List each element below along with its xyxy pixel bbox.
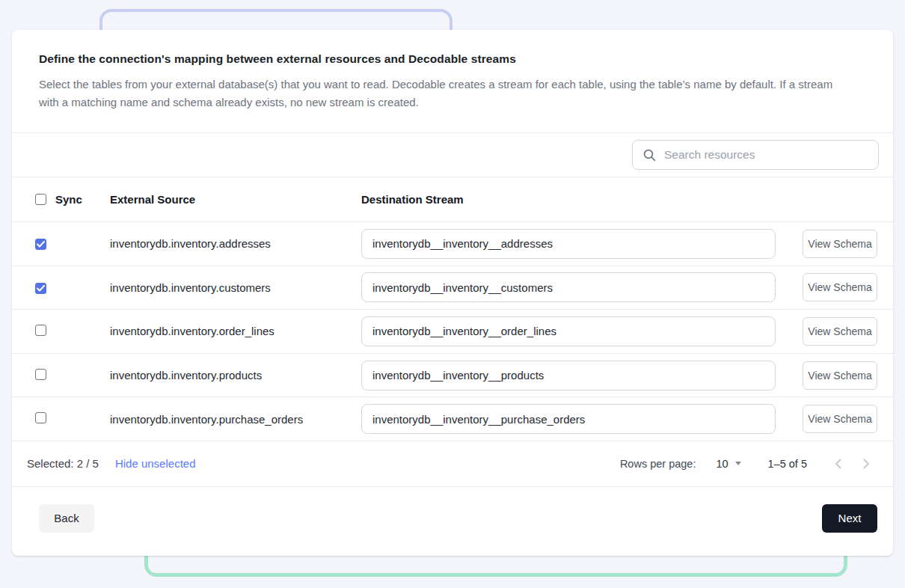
previous-page-button[interactable] [828, 454, 847, 474]
external-source-label: inventorydb.inventory.order_lines [110, 325, 361, 337]
rows-per-page-select[interactable]: 10 [716, 458, 740, 470]
column-header-sync: Sync [55, 193, 82, 206]
destination-stream-input[interactable] [361, 404, 776, 434]
modal-title: Define the connection's mapping between … [39, 52, 860, 66]
view-schema-button[interactable]: View Schema [803, 361, 877, 390]
rows-per-page-value: 10 [716, 458, 728, 470]
view-schema-button[interactable]: View Schema [803, 230, 877, 258]
column-header-external-source: External Source [110, 193, 361, 206]
next-button[interactable]: Next [822, 504, 877, 533]
destination-stream-input[interactable] [361, 229, 776, 259]
table-row: inventorydb.inventory.products View Sche… [12, 354, 893, 398]
chevron-down-icon [735, 462, 741, 465]
search-toolbar [12, 133, 893, 177]
view-schema-button[interactable]: View Schema [803, 273, 877, 301]
table-row: inventorydb.inventory.addresses View Sch… [12, 222, 893, 266]
table-header-row: Sync External Source Destination Stream [12, 177, 893, 222]
search-input[interactable] [664, 148, 869, 162]
rows-per-page-label: Rows per page: [620, 458, 696, 470]
external-source-label: inventorydb.inventory.products [110, 369, 361, 382]
hide-unselected-link[interactable]: Hide unselected [115, 457, 196, 470]
external-source-label: inventorydb.inventory.customers [110, 281, 361, 294]
resource-table-body: inventorydb.inventory.addresses View Sch… [12, 222, 893, 441]
sync-checkbox[interactable] [35, 325, 46, 336]
selected-count: Selected: 2 / 5 [27, 457, 99, 470]
modal-description: Select the tables from your external dat… [39, 76, 850, 111]
mapping-modal: Define the connection's mapping between … [12, 30, 893, 556]
select-all-checkbox[interactable] [35, 194, 46, 205]
page-range: 1–5 of 5 [768, 458, 807, 470]
table-row: inventorydb.inventory.customers View Sch… [12, 266, 893, 310]
view-schema-button[interactable]: View Schema [803, 317, 877, 346]
sync-checkbox[interactable] [35, 283, 46, 294]
view-schema-button[interactable]: View Schema [803, 405, 877, 433]
next-page-button[interactable] [856, 454, 876, 474]
back-button[interactable]: Back [39, 504, 94, 533]
external-source-label: inventorydb.inventory.addresses [110, 237, 361, 250]
sync-checkbox[interactable] [35, 239, 46, 250]
external-source-label: inventorydb.inventory.purchase_orders [110, 413, 361, 426]
destination-stream-input[interactable] [361, 316, 776, 346]
destination-stream-input[interactable] [361, 272, 776, 302]
search-icon [643, 149, 656, 162]
modal-actions: Back Next [12, 487, 893, 556]
chevron-left-icon [835, 459, 841, 469]
sync-checkbox[interactable] [35, 369, 46, 380]
table-row: inventorydb.inventory.order_lines View S… [12, 310, 893, 354]
table-row: inventorydb.inventory.purchase_orders Vi… [12, 397, 893, 441]
modal-header: Define the connection's mapping between … [12, 30, 893, 133]
search-box[interactable] [632, 140, 879, 170]
column-header-destination-stream: Destination Stream [361, 193, 791, 206]
chevron-right-icon [863, 459, 870, 469]
destination-stream-input[interactable] [361, 361, 776, 391]
pagination-bar: Selected: 2 / 5 Hide unselected Rows per… [12, 441, 893, 487]
sync-checkbox[interactable] [35, 412, 46, 423]
